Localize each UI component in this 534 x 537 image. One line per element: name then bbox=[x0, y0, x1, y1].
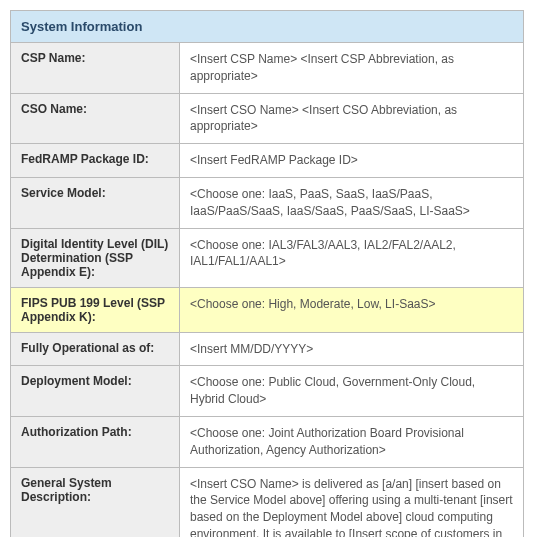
row-value: <Choose one: IaaS, PaaS, SaaS, IaaS/PaaS… bbox=[180, 177, 524, 228]
row-label: General System Description: bbox=[11, 467, 180, 537]
table-row: Authorization Path:<Choose one: Joint Au… bbox=[11, 416, 524, 467]
row-label: Fully Operational as of: bbox=[11, 332, 180, 366]
row-value: <Insert CSO Name> <Insert CSO Abbreviati… bbox=[180, 93, 524, 144]
system-information-table: System Information CSP Name:<Insert CSP … bbox=[10, 10, 524, 537]
table-row: CSP Name:<Insert CSP Name> <Insert CSP A… bbox=[11, 43, 524, 94]
row-value: <Choose one: Joint Authorization Board P… bbox=[180, 416, 524, 467]
table-row: Fully Operational as of:<Insert MM/DD/YY… bbox=[11, 332, 524, 366]
row-label: Authorization Path: bbox=[11, 416, 180, 467]
table-row: CSO Name:<Insert CSO Name> <Insert CSO A… bbox=[11, 93, 524, 144]
row-label: CSP Name: bbox=[11, 43, 180, 94]
table-row: Digital Identity Level (DIL) Determinati… bbox=[11, 228, 524, 287]
row-value: <Insert MM/DD/YYYY> bbox=[180, 332, 524, 366]
row-label: FedRAMP Package ID: bbox=[11, 144, 180, 178]
table-row: FedRAMP Package ID:<Insert FedRAMP Packa… bbox=[11, 144, 524, 178]
table-row: General System Description:<Insert CSO N… bbox=[11, 467, 524, 537]
table-body: CSP Name:<Insert CSP Name> <Insert CSP A… bbox=[11, 43, 524, 538]
table-row: FIPS PUB 199 Level (SSP Appendix K):<Cho… bbox=[11, 287, 524, 332]
row-label: Service Model: bbox=[11, 177, 180, 228]
row-value: <Insert CSO Name> is delivered as [a/an]… bbox=[180, 467, 524, 537]
table-row: Deployment Model:<Choose one: Public Clo… bbox=[11, 366, 524, 417]
row-label: FIPS PUB 199 Level (SSP Appendix K): bbox=[11, 287, 180, 332]
row-value: <Insert FedRAMP Package ID> bbox=[180, 144, 524, 178]
row-label: CSO Name: bbox=[11, 93, 180, 144]
table-header-row: System Information bbox=[11, 11, 524, 43]
row-value: <Choose one: IAL3/FAL3/AAL3, IAL2/FAL2/A… bbox=[180, 228, 524, 287]
row-value: <Choose one: Public Cloud, Government-On… bbox=[180, 366, 524, 417]
row-label: Digital Identity Level (DIL) Determinati… bbox=[11, 228, 180, 287]
row-value: <Choose one: High, Moderate, Low, LI-Saa… bbox=[180, 287, 524, 332]
row-value: <Insert CSP Name> <Insert CSP Abbreviati… bbox=[180, 43, 524, 94]
row-label: Deployment Model: bbox=[11, 366, 180, 417]
table-row: Service Model:<Choose one: IaaS, PaaS, S… bbox=[11, 177, 524, 228]
table-header: System Information bbox=[11, 11, 524, 43]
